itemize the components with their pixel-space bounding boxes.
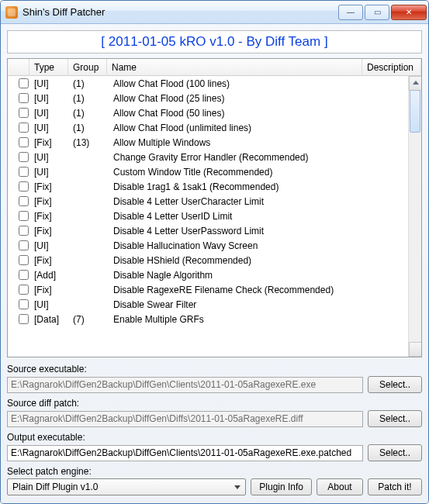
- titlebar[interactable]: Shin's Diff Patcher — ▭ ✕: [1, 1, 428, 24]
- banner: [ 2011-01-05 kRO v1.0 - By Diff Team ]: [7, 30, 422, 54]
- row-type: [Add]: [29, 270, 68, 281]
- row-checkbox[interactable]: [19, 93, 29, 103]
- row-name: Disable 4 Letter UserCharacter Limit: [107, 196, 408, 207]
- row-checkbox[interactable]: [19, 314, 29, 324]
- source-diff-label: Source diff patch:: [7, 398, 422, 409]
- table-row[interactable]: [UI](1)Allow Chat Flood (25 lines): [8, 91, 408, 105]
- output-executable-select-button[interactable]: Select..: [368, 444, 422, 461]
- table-row[interactable]: [Fix]Disable 4 Letter UserID Limit: [8, 209, 408, 223]
- source-diff-select-button[interactable]: Select..: [368, 410, 422, 427]
- patch-button[interactable]: Patch it!: [368, 478, 422, 495]
- table-row[interactable]: [Fix]Disable 4 Letter UserCharacter Limi…: [8, 194, 408, 209]
- table-row[interactable]: [UI](1)Allow Chat Flood (unlimited lines…: [8, 120, 408, 135]
- output-executable-label: Output executable:: [7, 432, 422, 443]
- row-name: Disable Swear Filter: [107, 299, 408, 310]
- table-row[interactable]: [Fix]Disable HShield (Recommended): [8, 253, 408, 268]
- table-row[interactable]: [Fix]Disable 1rag1 & 1sak1 (Recommended): [8, 179, 408, 194]
- table-row[interactable]: [UI](1)Allow Chat Flood (100 lines): [8, 76, 408, 91]
- table-row[interactable]: [Add]Disable Nagle Algorithm: [8, 268, 408, 282]
- row-name: Disable Hallucination Wavy Screen: [107, 240, 408, 251]
- row-type: [Fix]: [29, 226, 68, 236]
- close-button[interactable]: ✕: [391, 5, 427, 20]
- table-row[interactable]: [UI]Change Gravity Error Handler (Recomm…: [8, 150, 408, 164]
- vertical-scrollbar[interactable]: [408, 76, 421, 357]
- row-group: (13): [68, 137, 107, 148]
- table-row[interactable]: [UI]Disable Hallucination Wavy Screen: [8, 238, 408, 253]
- table-row[interactable]: [Fix](13)Allow Multiple Windows: [8, 135, 408, 150]
- row-checkbox[interactable]: [19, 299, 29, 309]
- about-button[interactable]: About: [317, 478, 363, 495]
- row-group: (1): [68, 108, 107, 119]
- minimize-button[interactable]: —: [338, 5, 363, 20]
- row-checkbox[interactable]: [19, 181, 29, 192]
- row-name: Enable Multiple GRFs: [107, 314, 408, 325]
- row-name: Disable 1rag1 & 1sak1 (Recommended): [107, 181, 408, 192]
- table-row[interactable]: [Data](7)Enable Multiple GRFs: [8, 312, 408, 326]
- row-checkbox[interactable]: [19, 167, 29, 177]
- row-group: (1): [68, 123, 107, 133]
- output-executable-input[interactable]: [7, 445, 363, 461]
- table-row[interactable]: [UI]Custom Window Title (Recommended): [8, 164, 408, 179]
- patch-list[interactable]: Type Group Name Description [UI](1)Allow…: [7, 58, 422, 357]
- row-type: [UI]: [29, 299, 68, 310]
- row-name: Allow Chat Flood (50 lines): [107, 108, 408, 119]
- row-checkbox[interactable]: [19, 152, 29, 162]
- row-group: (1): [68, 78, 107, 89]
- table-row[interactable]: [UI](1)Allow Chat Flood (50 lines): [8, 105, 408, 120]
- table-row[interactable]: [UI]Disable Swear Filter: [8, 297, 408, 312]
- row-type: [UI]: [29, 240, 68, 251]
- engine-value: Plain Diff Plugin v1.0: [12, 482, 99, 492]
- table-row[interactable]: [Fix]Disable 4 Letter UserPassword Limit: [8, 223, 408, 238]
- column-type[interactable]: Type: [29, 59, 68, 76]
- source-diff-input: [7, 411, 363, 427]
- row-checkbox[interactable]: [19, 78, 29, 88]
- scroll-thumb[interactable]: [410, 90, 420, 133]
- app-icon: [5, 6, 18, 19]
- source-executable-section: Source executable: Select..: [7, 364, 422, 393]
- output-executable-section: Output executable: Select..: [7, 432, 422, 461]
- column-group[interactable]: Group: [68, 59, 107, 76]
- row-name: Disable HShield (Recommended): [107, 255, 408, 266]
- engine-combobox[interactable]: Plain Diff Plugin v1.0: [7, 478, 246, 495]
- row-name: Custom Window Title (Recommended): [107, 167, 408, 178]
- row-type: [Fix]: [29, 255, 68, 266]
- row-type: [Fix]: [29, 196, 68, 207]
- row-name: Allow Chat Flood (100 lines): [107, 78, 408, 89]
- row-checkbox[interactable]: [19, 255, 29, 265]
- client-area: [ 2011-01-05 kRO v1.0 - By Diff Team ] T…: [1, 24, 428, 503]
- row-checkbox[interactable]: [19, 270, 29, 280]
- plugin-info-button[interactable]: Plugin Info: [251, 478, 312, 495]
- maximize-button[interactable]: ▭: [365, 5, 389, 20]
- row-checkbox[interactable]: [19, 137, 29, 147]
- row-type: [UI]: [29, 167, 68, 178]
- row-type: [Data]: [29, 314, 68, 325]
- row-type: [UI]: [29, 78, 68, 89]
- table-row[interactable]: [Fix]Disable RagexeRE Filename Check (Re…: [8, 282, 408, 297]
- row-checkbox[interactable]: [19, 285, 29, 295]
- row-name: Allow Multiple Windows: [107, 137, 408, 148]
- source-executable-input: [7, 377, 363, 393]
- row-type: [Fix]: [29, 137, 68, 148]
- row-checkbox[interactable]: [19, 240, 29, 250]
- engine-section: Select patch engine: Plain Diff Plugin v…: [7, 466, 422, 495]
- row-checkbox[interactable]: [19, 196, 29, 206]
- row-type: [Fix]: [29, 181, 68, 192]
- row-name: Disable 4 Letter UserPassword Limit: [107, 226, 408, 236]
- row-checkbox[interactable]: [19, 108, 29, 118]
- source-executable-select-button[interactable]: Select..: [368, 376, 422, 393]
- row-checkbox[interactable]: [19, 123, 29, 133]
- column-checkbox[interactable]: [8, 59, 29, 76]
- row-name: Disable 4 Letter UserID Limit: [107, 211, 408, 222]
- row-type: [Fix]: [29, 285, 68, 295]
- banner-text: [ 2011-01-05 kRO v1.0 - By Diff Team ]: [101, 34, 327, 49]
- row-checkbox[interactable]: [19, 226, 29, 236]
- app-window: Shin's Diff Patcher — ▭ ✕ [ 2011-01-05 k…: [0, 0, 429, 504]
- list-header[interactable]: Type Group Name Description: [8, 59, 421, 76]
- row-type: [UI]: [29, 93, 68, 104]
- row-checkbox[interactable]: [19, 211, 29, 221]
- column-description[interactable]: Description: [362, 59, 421, 76]
- row-name: Change Gravity Error Handler (Recommende…: [107, 152, 408, 163]
- column-name[interactable]: Name: [107, 59, 362, 76]
- window-title: Shin's Diff Patcher: [22, 6, 337, 18]
- row-group: (1): [68, 93, 107, 104]
